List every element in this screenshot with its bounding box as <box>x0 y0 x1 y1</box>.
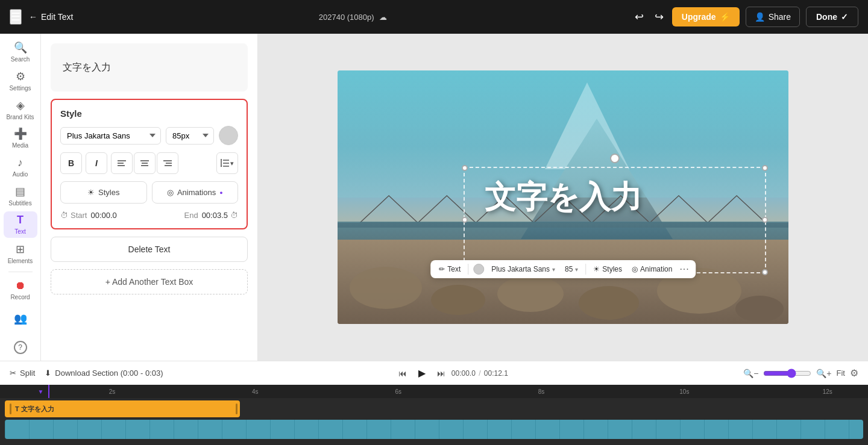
sidebar-item-settings-label: Settings <box>9 85 31 92</box>
ruler-mark-2s: 2s <box>77 388 148 395</box>
styles-label: Styles <box>98 188 119 197</box>
ft-color-circle[interactable] <box>473 264 484 275</box>
font-row: Plus Jakarta Sans 85px <box>60 126 238 145</box>
timeline-tracks: T 文字を入力 <box>0 398 868 445</box>
download-icon: ⬇ <box>45 369 51 378</box>
ruler-mark-0s: ▼ <box>5 388 77 395</box>
format-row: B I ▾ <box>60 152 238 174</box>
sidebar-item-elements-label: Elements <box>8 258 33 264</box>
search-icon: 🔍 <box>14 41 27 54</box>
sidebar-item-text[interactable]: T Text <box>4 211 37 238</box>
sidebar-item-audio[interactable]: ♪ Audio <box>4 154 37 180</box>
style-section: Style Plus Jakarta Sans 85px B I <box>51 99 248 229</box>
sidebar-item-team[interactable]: 👥 <box>4 305 37 332</box>
ruler-mark-3s <box>148 388 219 395</box>
sidebar-divider <box>8 272 33 272</box>
ft-font-label: Plus Jakarta Sans <box>491 265 550 273</box>
ruler-mark-10s: 10s <box>649 388 720 395</box>
zoom-in-button[interactable]: 🔍+ <box>816 369 831 378</box>
redo-button[interactable]: ↪ <box>652 8 666 26</box>
ruler-mark-12s: 12s <box>791 388 863 395</box>
media-icon: ➕ <box>14 127 27 140</box>
ft-size-chevron: ▾ <box>575 266 578 273</box>
skip-back-button[interactable]: ⏮ <box>398 369 407 378</box>
align-right-button[interactable] <box>157 152 178 174</box>
animations-button[interactable]: ◎ Animations ● <box>152 181 239 204</box>
main-body: 🔍 Search ⚙ Settings ◈ Brand Kits ➕ Media… <box>0 34 868 361</box>
text-track[interactable]: T 文字を入力 <box>5 400 240 417</box>
back-arrow-icon: ← <box>29 12 37 22</box>
sidebar-item-media[interactable]: ➕ Media <box>4 125 37 152</box>
font-size-select[interactable]: 85px <box>166 127 214 145</box>
sidebar-item-search[interactable]: 🔍 Search <box>4 39 37 65</box>
ft-more-button[interactable]: ··· <box>679 264 689 275</box>
sidebar-item-help[interactable]: ? <box>4 334 37 361</box>
ft-font-item[interactable]: Plus Jakarta Sans ▾ <box>489 264 558 275</box>
ruler-mark-8s: 8s <box>506 388 577 395</box>
ruler-marks: ▼ 2s 4s 6s 8s 10s 12s <box>5 388 863 395</box>
styles-sun-icon: ☀ <box>87 188 95 197</box>
fit-button[interactable]: Fit <box>837 369 845 378</box>
add-text-box-button[interactable]: + Add Another Text Box <box>51 269 248 294</box>
track-right-handle[interactable] <box>236 403 237 414</box>
line-spacing-button[interactable]: ▾ <box>216 152 238 174</box>
ft-text-item[interactable]: ✏ Text <box>436 264 463 275</box>
ft-animation-item[interactable]: ◎ Animation <box>629 264 675 275</box>
bold-button[interactable]: B <box>60 152 82 174</box>
video-canvas: 文字を入力 ✏ Text <box>338 70 788 324</box>
undo-button[interactable]: ↩ <box>632 8 646 26</box>
color-picker[interactable] <box>219 126 238 145</box>
video-track-inner <box>5 420 863 439</box>
italic-button[interactable]: I <box>86 152 107 174</box>
back-button[interactable]: ← Edit Text <box>29 12 73 22</box>
delete-text-button[interactable]: Delete Text <box>51 237 248 262</box>
zoom-slider[interactable] <box>763 369 811 378</box>
play-button[interactable]: ▶ <box>413 364 431 382</box>
timeline-settings-button[interactable]: ⚙ <box>850 367 858 379</box>
start-value: 00:00.0 <box>90 211 116 220</box>
zoom-controls: 🔍− 🔍+ Fit ⚙ <box>743 367 858 379</box>
ft-animation-label: Animation <box>640 265 672 273</box>
ft-styles-item[interactable]: ☀ Styles <box>591 264 624 275</box>
sidebar-item-elements[interactable]: ⊞ Elements <box>4 240 37 267</box>
sidebar: 🔍 Search ⚙ Settings ◈ Brand Kits ➕ Media… <box>0 34 41 361</box>
done-button[interactable]: Done ✓ <box>806 7 858 27</box>
sidebar-item-brand-label: Brand Kits <box>6 114 34 120</box>
align-center-button[interactable] <box>134 152 156 174</box>
ruler-mark-6s: 6s <box>362 388 434 395</box>
sidebar-item-record[interactable]: ⏺ Record <box>4 277 37 303</box>
font-family-select[interactable]: Plus Jakarta Sans <box>60 127 161 145</box>
text-preview: 文字を入力 <box>51 43 248 92</box>
start-label: Start <box>71 211 87 220</box>
ft-pencil-icon: ✏ <box>439 265 445 273</box>
upgrade-button[interactable]: Upgrade ⚡ <box>672 7 740 26</box>
time-display: 00:00.0 / 00:12.1 <box>451 369 508 378</box>
menu-button[interactable]: ☰ <box>10 9 22 25</box>
canvas-text-overlay[interactable]: 文字を入力 <box>485 176 642 219</box>
track-left-handle[interactable] <box>10 403 11 414</box>
header-right: ↩ ↪ Upgrade ⚡ 👤 Share Done ✓ <box>632 7 858 27</box>
timeline-area: ▼ 2s 4s 6s 8s 10s 12s T 文字を入力 <box>0 385 868 445</box>
animations-circle-icon: ◎ <box>167 188 174 197</box>
share-button[interactable]: 👤 Share <box>746 7 800 27</box>
end-label: End <box>184 211 198 220</box>
split-button[interactable]: ✂ Split <box>10 369 35 378</box>
video-track[interactable] <box>5 420 863 439</box>
styles-button[interactable]: ☀ Styles <box>60 181 147 204</box>
sidebar-item-subtitles-label: Subtitles <box>8 200 31 207</box>
sidebar-item-text-label: Text <box>14 228 25 235</box>
align-left-button[interactable] <box>111 152 133 174</box>
ft-animation-circle-icon: ◎ <box>632 265 638 273</box>
zoom-out-button[interactable]: 🔍− <box>743 369 758 378</box>
download-section-button[interactable]: ⬇ Download Section (0:00 - 0:03) <box>45 369 163 378</box>
sidebar-item-brand[interactable]: ◈ Brand Kits <box>4 96 37 123</box>
done-check-icon: ✓ <box>841 12 848 22</box>
timing-row: ⏱ Start 00:00.0 End 00:03.5 ⏱ <box>60 211 238 220</box>
sidebar-item-settings[interactable]: ⚙ Settings <box>4 67 37 94</box>
ft-size-item[interactable]: 85 ▾ <box>562 264 580 275</box>
skip-forward-button[interactable]: ⏭ <box>437 369 445 378</box>
timeline-ruler: ▼ 2s 4s 6s 8s 10s 12s <box>0 385 868 398</box>
svg-point-14 <box>431 285 485 315</box>
ft-text-label: Text <box>447 265 461 273</box>
sidebar-item-subtitles[interactable]: ▤ Subtitles <box>4 182 37 209</box>
